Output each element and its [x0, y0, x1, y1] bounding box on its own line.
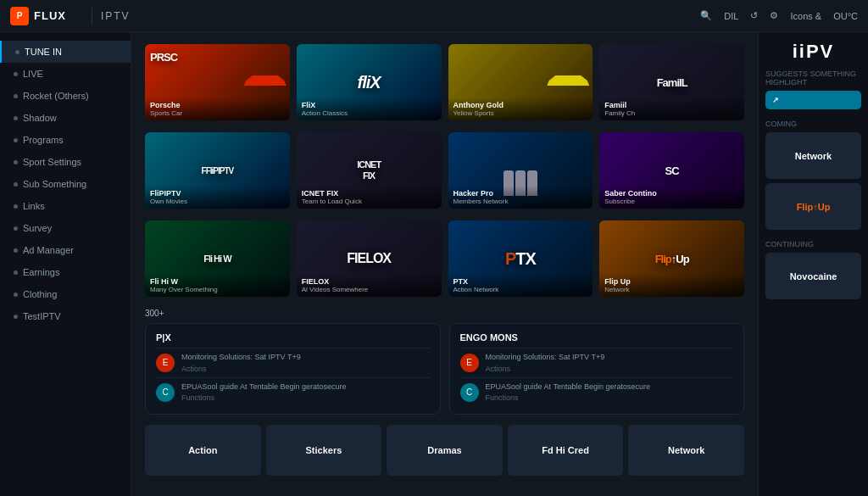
channel-grid-row3: Fli Hi W Fli Hi W Many Over Something FI…: [145, 220, 744, 297]
channel-logo: ICNETFIX: [357, 159, 381, 181]
info-box-1: P|X E Monitoring Solutions: Sat IPTV T+9…: [145, 323, 441, 415]
sidebar-item-live[interactable]: LIVE: [0, 63, 131, 85]
info-label-4: Functions: [486, 393, 650, 402]
sidebar-label-links: Links: [23, 201, 45, 211]
info-label-2: Functions: [181, 393, 346, 402]
channel-logo: Flip↑Up: [655, 253, 689, 265]
channel-bg: FFliPIPTV FliPIPTV Own Movies: [145, 132, 290, 209]
card-subtitle: Own Movies: [150, 198, 285, 205]
channel-card-hacker[interactable]: Hacker Pro Members Network: [448, 132, 593, 209]
refresh-icon[interactable]: ↺: [750, 10, 758, 21]
bottom-card-5[interactable]: Network: [628, 425, 744, 476]
channel-grid-row1: PRSC Porsche Sports Car fliX FliX Action…: [145, 44, 744, 120]
header-subtitle: IPTV: [101, 10, 131, 22]
sidebar-item-sport[interactable]: Sport Settings: [0, 151, 131, 173]
channel-card-saber[interactable]: SC Saber Contino Subscribe: [599, 132, 744, 209]
card-subtitle: Sports Car: [150, 109, 285, 117]
dot-icon: [14, 116, 18, 120]
right-card-1[interactable]: Network: [765, 132, 861, 179]
dot-icon: [14, 72, 18, 76]
bottom-card-4[interactable]: Fd Hi Cred: [508, 425, 624, 476]
channel-card-family[interactable]: FamilL Famiil Family Ch: [599, 44, 744, 120]
sidebar-item-tune-in[interactable]: TUNE IN: [0, 41, 131, 63]
right-section-3: Continuing Novocaine: [765, 240, 861, 299]
separator: [460, 348, 734, 348]
right-banner-1[interactable]: ↗: [765, 91, 861, 109]
info-text-2: EPUASool guide At Tentable Begin geratos…: [181, 382, 346, 403]
dot-icon: [14, 226, 18, 231]
sidebar-label-earnings: Earnings: [23, 267, 59, 277]
right-card-2[interactable]: Flip↑Up: [765, 183, 861, 230]
right-card-3[interactable]: Novocaine: [765, 253, 861, 299]
info-text-4: EPUASool guide At Tentable Begin geratos…: [486, 382, 650, 403]
sidebar-item-shadow[interactable]: Shadow: [0, 107, 131, 129]
info-text-1: Monitoring Solutions: Sat IPTV T+9 Actio…: [181, 353, 301, 373]
sidebar-item-ad[interactable]: Ad Manager: [0, 239, 131, 261]
channel-card-ptx[interactable]: PTX PTX Action Network: [448, 220, 593, 297]
bottom-logo-2: Stickers: [305, 445, 342, 455]
card-subtitle: Al Videos Somewhere: [302, 286, 437, 293]
card-overlay: Saber Contino Subscribe: [599, 186, 744, 209]
dot-icon: [14, 94, 18, 98]
channel-card-flipiptv[interactable]: FFliPIPTV FliPIPTV Own Movies: [145, 132, 290, 209]
logo-icon: P: [10, 7, 29, 25]
sidebar-item-links[interactable]: Links: [0, 195, 131, 217]
action-temperature[interactable]: OU°C: [833, 11, 858, 21]
card-subtitle: Action Network: [453, 286, 588, 293]
channel-logo: SC: [665, 164, 679, 177]
channel-bg: Hacker Pro Members Network: [448, 132, 593, 209]
right-section-2: Coming Network Flip↑Up: [765, 120, 861, 230]
card-overlay: Famiil Family Ch: [599, 98, 744, 120]
channel-card-flix[interactable]: fliX FliX Action Classics: [297, 44, 442, 120]
dot-icon: [14, 204, 18, 209]
sidebar-label-shadow: Shadow: [23, 113, 57, 123]
bottom-card-1[interactable]: Action: [145, 425, 261, 476]
channel-bg: FIELOX FIELOX Al Videos Somewhere: [297, 220, 442, 297]
dot-icon: [14, 248, 18, 253]
search-icon[interactable]: 🔍: [700, 10, 712, 21]
action-icons[interactable]: Icons &: [790, 11, 821, 21]
card-overlay: PTX Action Network: [448, 274, 593, 297]
card-title: FliX: [302, 101, 437, 109]
dot-icon: [14, 138, 18, 142]
action-dil[interactable]: DIL: [724, 11, 738, 21]
logo-text: FLUX: [34, 9, 66, 22]
sidebar-item-clothing[interactable]: Clothing: [0, 283, 131, 305]
sidebar-item-earnings[interactable]: Earnings: [0, 261, 131, 283]
info-box-title-2: ENGO MONS: [460, 332, 734, 343]
header-divider: [92, 8, 92, 25]
right-section-title-2: Coming: [765, 120, 861, 128]
bottom-card-3[interactable]: Dramas: [387, 425, 503, 476]
sidebar-item-sub[interactable]: Sub Something: [0, 173, 131, 195]
card-overlay: ICNET FIX Team to Load Quick: [297, 186, 442, 209]
channel-card-icnet[interactable]: ICNETFIX ICNET FIX Team to Load Quick: [297, 132, 442, 209]
sidebar-item-survey[interactable]: Survey: [0, 217, 131, 239]
sidebar-item-programs[interactable]: Programs: [0, 129, 131, 151]
info-icon-3: E: [460, 354, 479, 372]
sidebar-item-rocket[interactable]: Rocket (Others): [0, 85, 131, 107]
card-overlay: Fli Hi W Many Over Something: [145, 274, 290, 297]
channel-card-flipup[interactable]: Flip↑Up Flip Up Network: [599, 220, 744, 297]
channel-bg: FamilL Famiil Family Ch: [599, 44, 744, 120]
info-main-text-1: Monitoring Solutions: Sat IPTV T+9: [181, 353, 301, 363]
bottom-grid: Action Stickers Dramas Fd Hi Cred Networ…: [145, 425, 744, 476]
card-title: Porsche: [150, 101, 285, 109]
dot-icon: [15, 50, 19, 54]
right-sidebar: iiPV Suggests Something Highlight ↗ Comi…: [758, 32, 868, 496]
settings-icon[interactable]: ⚙: [770, 10, 778, 21]
dot-icon: [14, 160, 18, 164]
sidebar-item-testiptv[interactable]: TestIPTV: [0, 305, 131, 327]
channel-card-anthony[interactable]: Anthony Gold Yellow Sports: [448, 44, 593, 120]
info-row-1: E Monitoring Solutions: Sat IPTV T+9 Act…: [156, 353, 430, 373]
card-subtitle: Network: [604, 286, 739, 293]
channel-bg: PTX PTX Action Network: [448, 220, 593, 297]
sidebar-label-survey: Survey: [23, 223, 52, 233]
info-box-2: ENGO MONS E Monitoring Solutions: Sat IP…: [449, 323, 745, 415]
channel-card-porsche[interactable]: PRSC Porsche Sports Car: [145, 44, 290, 120]
channel-card-fielox[interactable]: FIELOX FIELOX Al Videos Somewhere: [297, 220, 442, 297]
bottom-card-2[interactable]: Stickers: [266, 425, 382, 476]
channel-card-fli-hi[interactable]: Fli Hi W Fli Hi W Many Over Something: [145, 220, 290, 297]
main-layout: TUNE IN LIVE Rocket (Others) Shadow Prog…: [0, 32, 868, 496]
sidebar-label-rocket: Rocket (Others): [23, 91, 89, 101]
right-section-title-3: Continuing: [765, 240, 861, 248]
